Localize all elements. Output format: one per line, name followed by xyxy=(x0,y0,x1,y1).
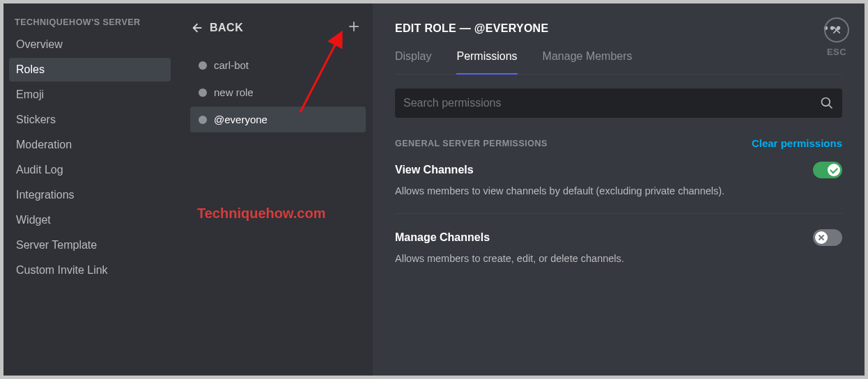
settings-sidebar: TECHNIQUEHOW'S SERVER Overview Roles Emo… xyxy=(3,3,176,376)
add-role-button[interactable] xyxy=(348,20,360,36)
sidebar-item-custom-invite-link[interactable]: Custom Invite Link xyxy=(9,258,171,282)
page-title: EDIT ROLE — @EVERYONE xyxy=(395,22,548,35)
svg-line-2 xyxy=(829,105,832,109)
permissions-section-header: GENERAL SERVER PERMISSIONS Clear permiss… xyxy=(395,137,842,149)
watermark-text: Techniquehow.com xyxy=(197,206,325,222)
back-label: BACK xyxy=(210,22,243,34)
svg-point-1 xyxy=(822,98,830,107)
role-editor-panel: EDIT ROLE — @EVERYONE ••• Display Permis… xyxy=(373,3,865,376)
toggle-knob-icon xyxy=(828,164,840,176)
tab-permissions[interactable]: Permissions xyxy=(456,50,517,74)
esc-label: ESC xyxy=(824,47,849,57)
permission-toggle[interactable] xyxy=(813,162,842,178)
roles-column: BACK carl-bot new role @everyone Tec xyxy=(176,3,373,376)
role-item-everyone[interactable]: @everyone xyxy=(190,107,366,132)
search-input[interactable] xyxy=(403,97,820,109)
clear-permissions-link[interactable]: Clear permissions xyxy=(752,137,842,149)
role-name: new role xyxy=(214,86,254,98)
permission-row-view-channels: View Channels Allows members to view cha… xyxy=(395,162,842,214)
permission-row-manage-channels: Manage Channels Allows members to create… xyxy=(395,229,842,281)
sidebar-item-moderation[interactable]: Moderation xyxy=(9,133,171,157)
sidebar-item-audit-log[interactable]: Audit Log xyxy=(9,158,171,182)
search-icon xyxy=(820,96,834,110)
sidebar-item-server-template[interactable]: Server Template xyxy=(9,233,171,257)
section-title: GENERAL SERVER PERMISSIONS xyxy=(395,139,548,148)
tab-manage-members[interactable]: Manage Members xyxy=(543,50,633,74)
back-button[interactable]: BACK xyxy=(189,21,243,35)
role-list: carl-bot new role @everyone xyxy=(183,52,366,132)
sidebar-item-overview[interactable]: Overview xyxy=(9,33,171,56)
arrow-left-icon xyxy=(189,21,203,35)
role-item-carl-bot[interactable]: carl-bot xyxy=(190,52,366,78)
close-settings: ESC xyxy=(824,17,849,57)
close-icon xyxy=(831,24,842,36)
role-color-dot-icon xyxy=(199,116,207,124)
sidebar-item-emoji[interactable]: Emoji xyxy=(9,83,171,107)
sidebar-item-integrations[interactable]: Integrations xyxy=(9,183,171,207)
role-item-new-role[interactable]: new role xyxy=(190,79,366,105)
role-name: @everyone xyxy=(214,114,268,125)
role-name: carl-bot xyxy=(214,59,249,71)
main-header: EDIT ROLE — @EVERYONE ••• xyxy=(395,20,842,36)
toggle-knob-icon xyxy=(815,231,828,244)
permission-description: Allows members to view channels by defau… xyxy=(395,184,842,198)
tab-bar: Display Permissions Manage Members xyxy=(395,50,842,75)
permission-name: Manage Channels xyxy=(395,231,490,244)
permission-description: Allows members to create, edit, or delet… xyxy=(395,252,842,265)
roles-column-header: BACK xyxy=(183,20,366,52)
sidebar-item-widget[interactable]: Widget xyxy=(9,208,171,232)
app-window: TECHNIQUEHOW'S SERVER Overview Roles Emo… xyxy=(3,3,865,376)
search-permissions-box[interactable] xyxy=(395,88,842,118)
plus-icon xyxy=(348,20,360,33)
server-name-heading: TECHNIQUEHOW'S SERVER xyxy=(9,17,171,33)
tab-display[interactable]: Display xyxy=(395,50,431,74)
role-color-dot-icon xyxy=(199,61,207,70)
sidebar-item-stickers[interactable]: Stickers xyxy=(9,108,171,132)
close-button[interactable] xyxy=(824,17,849,42)
sidebar-item-roles[interactable]: Roles xyxy=(9,58,171,82)
permission-toggle[interactable] xyxy=(813,229,842,246)
role-color-dot-icon xyxy=(199,88,207,97)
permission-name: View Channels xyxy=(395,164,474,176)
